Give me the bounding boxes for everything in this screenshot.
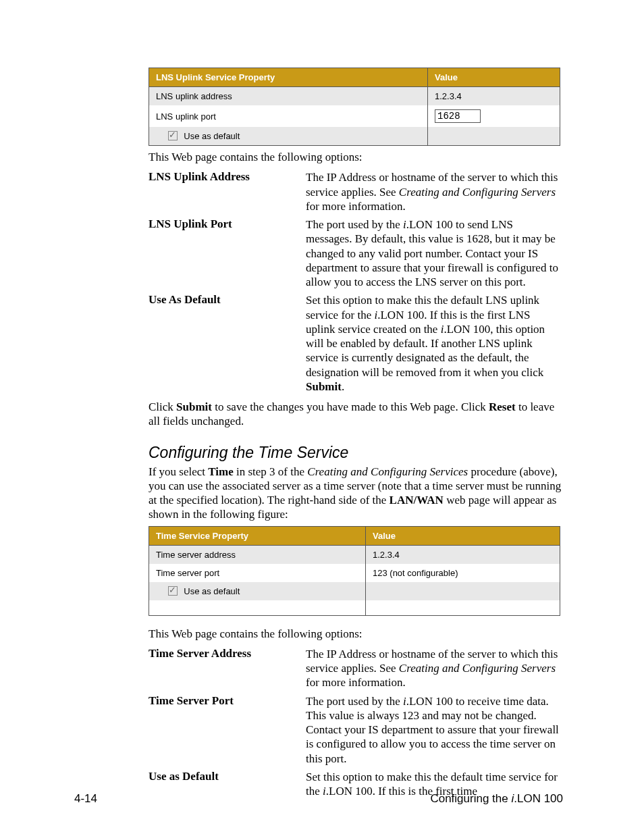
page-number: 4-14 — [74, 792, 97, 806]
definition-list: LNS Uplink Address The IP Address or hos… — [149, 168, 560, 396]
cell-value: 123 (not configurable) — [366, 564, 560, 582]
table-row: Use as default — [149, 127, 560, 146]
page-footer: 4-14 Configuring the i.LON 100 — [74, 792, 563, 806]
cell-label: Time server port — [149, 564, 366, 582]
checkbox-label: Use as default — [184, 586, 240, 596]
def-label: LNS Uplink Port — [149, 215, 306, 291]
def-label: Time Server Address — [149, 645, 306, 692]
table-row: Time server port 123 (not configurable) — [149, 564, 560, 582]
lns-uplink-table: LNS Uplink Service Property Value LNS up… — [149, 68, 560, 146]
lns-uplink-port-input[interactable] — [435, 109, 481, 123]
def-body: Set this option to make this the default… — [306, 291, 560, 396]
def-body: The IP Address or hostname of the server… — [306, 645, 560, 692]
col-header-property: LNS Uplink Service Property — [149, 68, 428, 87]
cell-label: Time server address — [149, 545, 366, 564]
def-label: Time Server Port — [149, 692, 306, 768]
table-row — [149, 600, 560, 616]
use-as-default-checkbox[interactable] — [168, 131, 178, 140]
def-body: The IP Address or hostname of the server… — [306, 168, 560, 215]
table-row: Use as default — [149, 582, 560, 600]
col-header-value: Value — [366, 526, 560, 545]
time-service-table: Time Service Property Value Time server … — [149, 526, 560, 616]
definition-list: Time Server Address The IP Address or ho… — [149, 645, 560, 801]
def-body: The port used by the i.LON 100 to receiv… — [306, 692, 560, 768]
cell-label: Use as default — [149, 127, 428, 146]
intro-text: This Web page contains the following opt… — [149, 150, 563, 164]
cell-value — [428, 105, 560, 127]
def-body: The port used by the i.LON 100 to send L… — [306, 215, 560, 291]
cell-label: LNS uplink port — [149, 105, 428, 127]
intro-text: This Web page contains the following opt… — [149, 627, 563, 641]
cell-value: 1.2.3.4 — [428, 87, 560, 106]
table-row: LNS uplink address 1.2.3.4 — [149, 87, 560, 106]
table-row: Time server address 1.2.3.4 — [149, 545, 560, 564]
col-header-property: Time Service Property — [149, 526, 366, 545]
def-label: LNS Uplink Address — [149, 168, 306, 215]
def-label: Use As Default — [149, 291, 306, 396]
time-intro: If you select Time in step 3 of the Crea… — [149, 465, 563, 522]
col-header-value: Value — [428, 68, 560, 87]
use-as-default-checkbox[interactable] — [168, 586, 178, 596]
table-row: LNS uplink port — [149, 105, 560, 127]
submit-instructions: Click Submit to save the changes you hav… — [149, 400, 563, 429]
section-heading: Configuring the Time Service — [149, 444, 563, 462]
cell-label: Use as default — [149, 582, 366, 600]
checkbox-label: Use as default — [184, 131, 240, 141]
cell-value: 1.2.3.4 — [366, 545, 560, 564]
cell-label: LNS uplink address — [149, 87, 428, 106]
footer-title: Configuring the i.LON 100 — [430, 792, 563, 806]
